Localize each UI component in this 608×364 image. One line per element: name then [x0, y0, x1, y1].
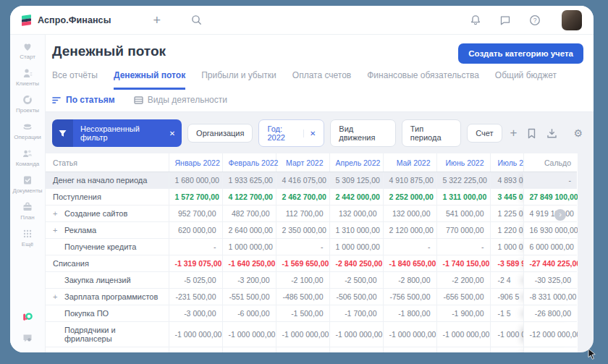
page-header: Денежный поток Создать категорию учета В… [46, 35, 594, 90]
plus-icon[interactable]: + [153, 14, 161, 27]
cell: 4 893 0 [490, 172, 523, 189]
filter-chip[interactable]: Счет [467, 124, 502, 143]
cell: -1 000 000,00 [169, 322, 222, 347]
cell: -3 200,00 [222, 272, 276, 289]
saldo-cell: -26 800,00 [523, 305, 577, 322]
download-icon[interactable] [544, 128, 560, 139]
cell: 1 220 0 [490, 222, 523, 239]
table-row: Командировочные расходы-25 000,00-25 000… [46, 347, 577, 353]
scroll-right-icon[interactable]: › [554, 209, 566, 221]
table-row: Поступления1 572 700,004 122 700,002 462… [46, 189, 577, 206]
cell: 1 311 000,00 [436, 189, 490, 206]
row-label: Закупка лицензий [46, 272, 169, 289]
cell: -1 800,00 [383, 305, 436, 322]
cell: -2 4 [490, 272, 523, 289]
page-title: Денежный поток [52, 43, 166, 59]
sidebar-item-team[interactable]: Команда [10, 148, 45, 167]
column-header-month[interactable]: Июль 20 [490, 153, 523, 172]
row-label: Списания [46, 255, 169, 272]
search-icon[interactable] [191, 14, 202, 25]
subtab-По статьям[interactable]: По статьям [52, 95, 115, 105]
coins-icon [22, 122, 33, 132]
cell: 2 120 000,00 [383, 222, 436, 239]
help-icon[interactable]: ? [529, 14, 541, 26]
column-header-month[interactable]: Апрель 2022 [329, 153, 383, 172]
column-header-month[interactable]: Июнь 2022 [436, 153, 490, 172]
cell: 1 310 000,00 [329, 222, 383, 239]
sort-lines-icon [52, 96, 62, 104]
bell-icon[interactable] [470, 14, 481, 26]
table-row: +Реклама620 000,002 640 000,002 350 000,… [46, 222, 577, 239]
table-row: Подрядчики и фрилансеры-1 000 000,00-1 0… [46, 322, 577, 347]
filter-chip[interactable]: Вид движения [330, 119, 395, 147]
table-row: +Зарплата программистов-231 500,00-551 5… [46, 289, 577, 305]
cell: 952 700,00 [169, 206, 222, 222]
column-header-month[interactable]: Май 2022 [383, 153, 436, 172]
cell: - [436, 239, 490, 255]
close-icon[interactable]: ✕ [169, 130, 175, 137]
saldo-cell: -300 000,00 [523, 347, 577, 353]
column-header-month[interactable]: Январь 2022 [169, 153, 222, 172]
tab-1[interactable]: Денежный поток [114, 70, 185, 90]
row-label: Командировочные расходы [46, 347, 169, 353]
sidebar-item-projects[interactable]: Проекты [10, 95, 45, 114]
cell: -25 000,00 [436, 347, 490, 353]
cell: -1 5 [490, 305, 523, 322]
sidebar-item-plan[interactable]: План [10, 202, 45, 221]
support-chat-icon[interactable] [22, 333, 33, 344]
expand-plus-icon[interactable]: + [53, 292, 64, 301]
expand-plus-icon[interactable]: + [53, 209, 64, 218]
column-header-month[interactable]: Февраль 2022 [222, 153, 276, 172]
cell: 4 122 700,00 [222, 189, 276, 206]
add-filter-icon[interactable]: + [508, 126, 520, 140]
sidebar-item-documents[interactable]: Документы [10, 175, 45, 194]
user-avatar[interactable] [562, 10, 582, 30]
bookmark-icon[interactable] [525, 128, 539, 139]
cell: -1 000 000,00 [436, 322, 490, 347]
expand-plus-icon[interactable]: + [53, 226, 64, 234]
chat-icon[interactable] [499, 14, 511, 26]
tab-4[interactable]: Финансовые обязательства [367, 70, 479, 90]
tab-3[interactable]: Оплата счетов [292, 70, 351, 90]
tab-0[interactable]: Все отчёты [52, 70, 98, 90]
subtab-Виды деятельности[interactable]: Виды деятельности [134, 95, 227, 105]
cell: -6 000,00 [222, 305, 276, 322]
sidebar-item-clients[interactable]: Клиенты [10, 68, 45, 87]
column-header-article: Статья [46, 153, 169, 172]
saldo-cell: -8 331 000,00 [523, 289, 577, 305]
partner-logo-icon[interactable] [22, 311, 33, 323]
unsaved-filter-chip[interactable]: Несохраненный фильтр✕ [52, 119, 182, 147]
cell: 482 700,00 [222, 206, 276, 222]
filter-bar: Несохраненный фильтр✕ ОрганизацияГод: 20… [46, 112, 594, 153]
table-rows-icon [134, 96, 143, 104]
cell: - [383, 239, 436, 255]
create-category-button[interactable]: Создать категорию учета [458, 43, 583, 64]
column-header-month[interactable]: Март 2022 [276, 153, 329, 172]
sidebar-item-operations[interactable]: Операции [10, 122, 45, 140]
row-label: Денег на начало периода [46, 172, 169, 189]
row-label: Поступления [46, 189, 169, 206]
cell: -1 000 000,00 [383, 322, 436, 347]
sidebar-item-more[interactable]: Ещё [10, 229, 45, 247]
cell: -551 500,00 [222, 289, 276, 305]
cell: -2 500,00 [329, 272, 383, 289]
filter-chip[interactable]: Организация [187, 124, 253, 143]
app-logo[interactable]: Аспро.Финансы [22, 14, 111, 25]
filter-chip[interactable]: Тип периода [402, 119, 461, 147]
saldo-cell: -30 325,00 [523, 272, 577, 289]
cell: 132 000,00 [329, 206, 383, 222]
close-icon[interactable]: ✕ [303, 130, 316, 137]
cell: -25 000,00 [329, 347, 383, 353]
filter-chip[interactable]: Год: 2022✕ [258, 119, 324, 147]
cell: -656 500,00 [436, 289, 490, 305]
cell: 2 350 000,00 [276, 222, 329, 239]
settings-gear-icon[interactable]: ⚙ [571, 127, 585, 139]
saldo-cell: 16 930 000,00 [523, 222, 577, 239]
cell: -1 000 0 [490, 322, 523, 347]
app-name: Аспро.Финансы [38, 15, 111, 25]
cell: -3 000,00 [169, 305, 222, 322]
sidebar-item-start[interactable]: Старт [10, 41, 45, 60]
tab-2[interactable]: Прибыли и убытки [201, 70, 276, 90]
tab-5[interactable]: Общий бюджет [495, 70, 557, 90]
cell: -906 5 [490, 289, 523, 305]
